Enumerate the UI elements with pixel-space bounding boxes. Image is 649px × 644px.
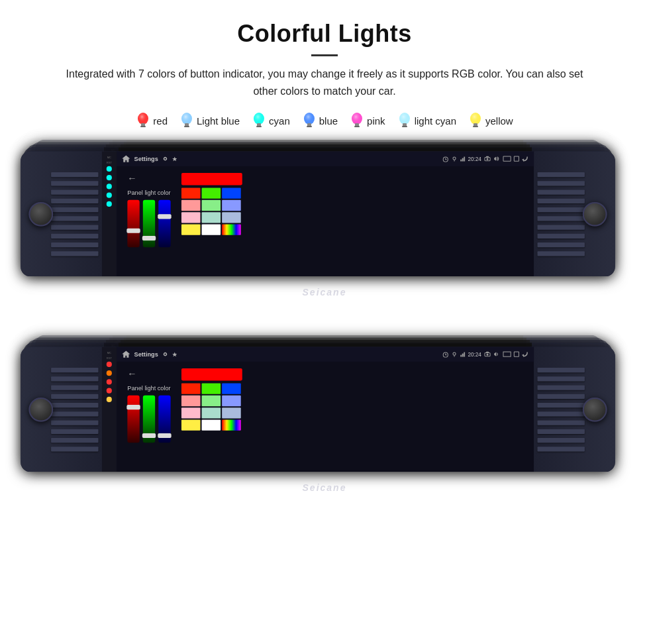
- slider-red[interactable]: [127, 200, 139, 247]
- color-swatches-grid-top[interactable]: [181, 188, 242, 235]
- svg-marker-46: [172, 352, 177, 357]
- swatch-rainbow-b[interactable]: [222, 420, 241, 431]
- vent-slat: [51, 411, 98, 416]
- color-label-lightblue: Light blue: [197, 115, 240, 127]
- panel-light-label: Panel light color: [127, 189, 170, 196]
- topbar-right: 20:24: [442, 156, 529, 162]
- svg-rect-7: [184, 126, 189, 127]
- swatch-b[interactable]: [181, 420, 201, 431]
- ctrl-dot[interactable]: [107, 380, 112, 385]
- ctrl-dot[interactable]: [107, 193, 112, 198]
- slider-green[interactable]: [143, 200, 155, 247]
- swatch-b[interactable]: [222, 407, 241, 418]
- slider-green-b[interactable]: [143, 396, 155, 443]
- swatch[interactable]: [222, 188, 241, 199]
- slider-blue[interactable]: [158, 200, 170, 247]
- svg-marker-30: [172, 157, 177, 162]
- swatch[interactable]: [181, 225, 201, 235]
- topbar-left: Settings: [122, 155, 177, 163]
- slider-thumb-blue-b[interactable]: [158, 433, 171, 438]
- swatch[interactable]: [202, 225, 221, 235]
- back-icon[interactable]: [522, 156, 528, 162]
- swatch[interactable]: [222, 200, 241, 211]
- swatch-b[interactable]: [181, 384, 201, 394]
- swatch-b[interactable]: [181, 396, 201, 406]
- right-knob[interactable]: [583, 202, 607, 227]
- home-icon[interactable]: [122, 155, 130, 163]
- selected-color-bar-b: [181, 368, 242, 380]
- ctrl-dot[interactable]: [107, 388, 112, 394]
- back-button[interactable]: ←: [127, 173, 170, 184]
- location-icon: [452, 156, 457, 162]
- svg-rect-3: [140, 126, 146, 127]
- vent-slat: [538, 189, 585, 194]
- display-icon-b: [503, 352, 511, 357]
- svg-rect-23: [402, 126, 407, 127]
- back-button-b[interactable]: ←: [127, 368, 170, 379]
- ctrl-dot[interactable]: [107, 184, 112, 189]
- slider-thumb-green-b[interactable]: [142, 433, 156, 438]
- time-display-b: 20:24: [468, 351, 481, 357]
- vent-slat: [538, 411, 585, 416]
- swatch[interactable]: [202, 200, 221, 211]
- bottom-unit-section: MC RST: [26, 340, 623, 496]
- vent-slat: [538, 394, 585, 398]
- back-icon-b[interactable]: [522, 351, 528, 358]
- left-knob[interactable]: [28, 202, 53, 227]
- swatch-b[interactable]: [181, 407, 201, 418]
- home-icon-b[interactable]: [122, 350, 130, 358]
- volume-icon-b: [493, 352, 500, 357]
- ctrl-dot[interactable]: [107, 201, 112, 207]
- blue-bulb-icon: [302, 111, 317, 130]
- pink-bulb-icon: [350, 111, 364, 130]
- slider-thumb-blue[interactable]: [158, 214, 171, 219]
- swatch-b[interactable]: [202, 384, 221, 394]
- vent-slat: [538, 216, 585, 221]
- swatch-b[interactable]: [222, 396, 241, 406]
- vent-slat: [51, 394, 98, 398]
- color-item-lightblue: Light blue: [179, 111, 240, 130]
- svg-rect-54: [464, 352, 465, 357]
- vent-slat: [51, 181, 98, 186]
- color-item-pink: pink: [350, 111, 385, 130]
- slider-thumb-green[interactable]: [142, 236, 156, 241]
- ctrl-dot[interactable]: [107, 370, 112, 376]
- wifi-signal-icon: [460, 156, 465, 162]
- slider-red-b[interactable]: [127, 396, 139, 443]
- swatch[interactable]: [202, 212, 221, 223]
- vent-slat: [51, 403, 98, 407]
- location-icon-b: [452, 352, 457, 357]
- ctrl-dot[interactable]: [107, 397, 112, 402]
- volume-icon: [493, 156, 500, 162]
- vent-slat: [51, 420, 98, 425]
- color-label-red: red: [153, 115, 168, 127]
- right-knob-b5[interactable]: [583, 398, 607, 422]
- color-swatches-grid-bottom[interactable]: [181, 384, 242, 431]
- svg-point-1: [138, 113, 148, 125]
- swatch[interactable]: [202, 188, 221, 199]
- swatch[interactable]: [181, 188, 201, 199]
- screen-body-bottom: ← Panel light color: [117, 362, 534, 472]
- swatch[interactable]: [222, 212, 241, 223]
- swatch[interactable]: [181, 212, 201, 223]
- left-knob-b5[interactable]: [28, 398, 53, 422]
- svg-rect-11: [256, 126, 262, 127]
- slider-blue-b[interactable]: [158, 396, 170, 443]
- swatch-b[interactable]: [202, 420, 221, 431]
- swatch-rainbow[interactable]: [222, 225, 241, 235]
- color-item-red: red: [136, 111, 168, 130]
- swatch-b[interactable]: [222, 384, 241, 394]
- swatch-b[interactable]: [202, 396, 221, 406]
- ctrl-dot[interactable]: [107, 175, 112, 180]
- svg-point-50: [453, 352, 456, 355]
- svg-rect-37: [462, 158, 464, 162]
- rst-label: RST: [107, 356, 112, 360]
- vent-slat: [51, 207, 98, 212]
- swatch-b[interactable]: [202, 407, 221, 418]
- ctrl-dot[interactable]: [107, 362, 112, 367]
- slider-thumb-red-b[interactable]: [126, 405, 140, 409]
- watermark-bottom: Seicane: [303, 482, 347, 493]
- swatch[interactable]: [181, 200, 201, 211]
- ctrl-dot[interactable]: [107, 166, 112, 172]
- slider-thumb-red[interactable]: [126, 229, 140, 233]
